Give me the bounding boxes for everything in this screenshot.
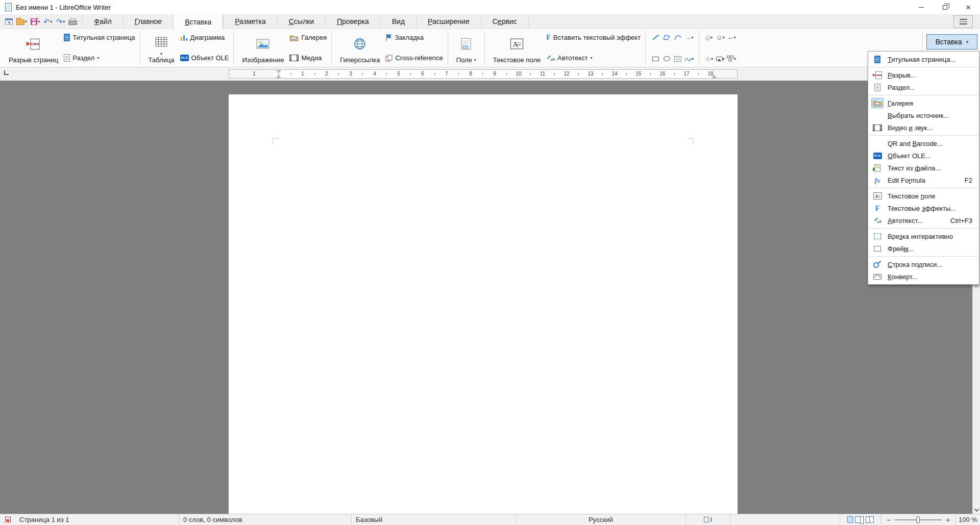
book-view-button[interactable] bbox=[866, 516, 874, 523]
chevron-down-icon[interactable]: ▾ bbox=[723, 35, 725, 40]
menu-item-frame-interactive[interactable]: Врезка интерактивно bbox=[868, 230, 979, 242]
bookmark-button[interactable]: Закладка bbox=[385, 33, 443, 42]
table-button[interactable]: ▾ Таблица bbox=[144, 29, 179, 67]
gallery-button[interactable]: Галерея bbox=[289, 33, 327, 42]
field-button[interactable]: Поле▾ bbox=[452, 29, 481, 67]
chevron-down-icon[interactable]: ▾ bbox=[97, 56, 99, 60]
section-button[interactable]: Раздел▾ bbox=[64, 53, 135, 63]
menubar-hamburger-button[interactable] bbox=[953, 15, 973, 28]
cross-reference-button[interactable]: Cross-reference bbox=[385, 53, 443, 63]
menu-item-qr-barcode[interactable]: QR and Barcode... bbox=[868, 137, 979, 149]
word-count-status[interactable]: 0 слов, 0 символов bbox=[179, 514, 351, 525]
text-box-button[interactable]: Текстовое поле bbox=[488, 29, 545, 67]
curve-button[interactable] bbox=[673, 32, 683, 42]
insert-image-button[interactable]: Изображение bbox=[237, 29, 288, 67]
chevron-down-icon[interactable]: ▾ bbox=[734, 35, 736, 40]
title-page-button[interactable]: Титульная страница bbox=[64, 33, 135, 42]
chevron-down-icon[interactable]: ▾ bbox=[25, 19, 27, 24]
minimize-button[interactable] bbox=[910, 0, 933, 14]
chevron-down-icon[interactable]: ▾ bbox=[692, 57, 694, 61]
chevron-down-icon[interactable]: ▾ bbox=[38, 19, 40, 24]
tab-file[interactable]: Файл bbox=[82, 14, 122, 29]
insert-menu-button[interactable]: Вставка▾ bbox=[926, 34, 977, 49]
stars-button[interactable]: ☆▾ bbox=[704, 54, 714, 64]
menu-item-text-from-file[interactable]: Текст из файла... bbox=[868, 162, 979, 174]
right-indent-marker[interactable] bbox=[712, 74, 717, 78]
restore-button[interactable] bbox=[933, 0, 957, 14]
chevron-down-icon[interactable]: ▾ bbox=[734, 57, 736, 61]
selection-mode-status[interactable]: I bbox=[685, 514, 730, 525]
basic-shapes-button[interactable]: ◇▾ bbox=[704, 32, 714, 42]
menu-item-gallery[interactable]: Галерея bbox=[868, 97, 979, 109]
callout-shapes-button[interactable]: ▾ bbox=[715, 54, 725, 64]
single-page-view-button[interactable] bbox=[847, 516, 853, 523]
menu-item-select-source[interactable]: Выбрать источник... bbox=[868, 109, 979, 121]
tab-insert[interactable]: Вставка bbox=[173, 14, 223, 29]
document-modified-indicator[interactable] bbox=[0, 514, 15, 525]
tab-references[interactable]: Ссылки bbox=[277, 14, 325, 29]
chevron-down-icon[interactable]: ▾ bbox=[723, 57, 725, 61]
polygon-button[interactable] bbox=[662, 32, 672, 42]
lines-arrows-button[interactable]: →▾ bbox=[684, 32, 694, 42]
tab-tools[interactable]: Сервис bbox=[481, 14, 529, 29]
zoom-slider-thumb[interactable] bbox=[916, 516, 920, 523]
menu-item-envelope[interactable]: Конверт... bbox=[868, 270, 979, 283]
document-page[interactable] bbox=[229, 94, 738, 514]
open-button[interactable]: ▾ bbox=[15, 17, 28, 26]
symbol-shapes-button[interactable]: ☺▾ bbox=[715, 32, 725, 42]
chevron-down-icon[interactable]: ▾ bbox=[591, 56, 593, 60]
page-style-status[interactable]: Базовый bbox=[351, 514, 516, 525]
autotext-button[interactable]: Автотекст▾ bbox=[546, 53, 641, 63]
ellipse-button[interactable] bbox=[662, 54, 672, 64]
menu-item-edit-formula[interactable]: Edit Formula F2 bbox=[868, 174, 979, 186]
left-indent-marker[interactable] bbox=[276, 74, 281, 78]
zoom-percentage[interactable]: 100 % bbox=[955, 514, 980, 525]
print-button[interactable] bbox=[67, 17, 77, 26]
menu-item-ole-object[interactable]: Объект OLE... bbox=[868, 149, 979, 162]
redo-button[interactable]: ↷▾ bbox=[55, 17, 66, 26]
save-button[interactable]: ▾ bbox=[30, 17, 41, 26]
multi-page-view-button[interactable] bbox=[855, 516, 861, 523]
menu-item-title-page[interactable]: Титульная страница... bbox=[868, 53, 979, 65]
menu-item-fontwork[interactable]: Текстовые эффекты... bbox=[868, 202, 979, 214]
chevron-down-icon[interactable]: ▾ bbox=[63, 19, 65, 24]
chevron-down-icon[interactable]: ▾ bbox=[51, 19, 53, 24]
ole-object-button[interactable]: Объект OLE bbox=[180, 53, 229, 63]
close-button[interactable]: × bbox=[957, 0, 980, 14]
page-break-button[interactable]: Разрыв страниц bbox=[4, 29, 63, 67]
chevron-down-icon[interactable]: ▾ bbox=[711, 57, 713, 61]
tab-layout[interactable]: Разметка bbox=[223, 14, 277, 29]
horizontal-ruler[interactable]: 1 123456789101112131415161718 bbox=[229, 69, 738, 79]
menu-item-break[interactable]: Разрыв... bbox=[868, 69, 979, 81]
tab-extension[interactable]: Расширение bbox=[416, 14, 481, 29]
tab-home[interactable]: Главное bbox=[123, 14, 174, 29]
scroll-down-button[interactable] bbox=[973, 506, 980, 514]
zoom-in-button[interactable]: + bbox=[946, 516, 950, 523]
zoom-out-button[interactable]: − bbox=[887, 516, 891, 523]
chevron-down-icon[interactable]: ▾ bbox=[160, 52, 162, 56]
language-status[interactable]: Русский bbox=[516, 514, 685, 525]
page-count-status[interactable]: Страница 1 из 1 bbox=[15, 514, 179, 525]
chevron-down-icon[interactable]: ▾ bbox=[474, 58, 476, 62]
tab-view[interactable]: Вид bbox=[380, 14, 416, 29]
chevron-down-icon[interactable]: ▾ bbox=[710, 35, 713, 40]
chart-button[interactable]: Диаграмма bbox=[180, 33, 229, 42]
block-arrows-button[interactable]: ⇔▾ bbox=[726, 32, 737, 42]
menu-item-autotext[interactable]: Автотекст... Ctrl+F3 bbox=[868, 214, 979, 227]
menu-item-signature-line[interactable]: Строка подписи... bbox=[868, 258, 979, 270]
tab-review[interactable]: Проверка bbox=[325, 14, 380, 29]
chevron-down-icon[interactable]: ▾ bbox=[692, 35, 694, 40]
text-callout-button[interactable] bbox=[673, 54, 683, 64]
fontwork-button[interactable]: Вставить текстовый эффект bbox=[546, 33, 641, 42]
media-button[interactable]: Медиа bbox=[289, 53, 327, 63]
menu-item-text-box[interactable]: Текстовое поле bbox=[868, 190, 979, 202]
first-line-indent-marker[interactable] bbox=[276, 70, 281, 73]
tab-stop-selector[interactable] bbox=[4, 70, 9, 75]
insert-line-button[interactable] bbox=[650, 32, 660, 42]
freeform-button[interactable]: ▾ bbox=[684, 54, 694, 64]
zoom-slider[interactable] bbox=[895, 519, 942, 520]
menu-item-section[interactable]: Раздел... bbox=[868, 81, 979, 93]
menu-item-media[interactable]: Видео и звук... bbox=[868, 121, 979, 134]
flowchart-button[interactable]: ▾ bbox=[726, 54, 737, 64]
hyperlink-button[interactable]: Гиперссылка bbox=[335, 29, 384, 67]
